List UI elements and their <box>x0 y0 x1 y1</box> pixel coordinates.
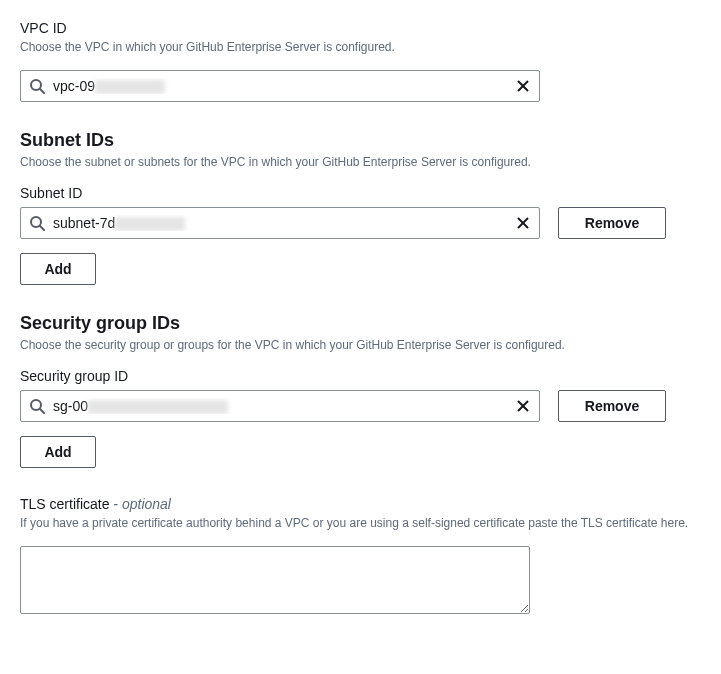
search-icon <box>29 215 45 231</box>
security-group-id-input[interactable]: sg-00 <box>20 390 540 422</box>
tls-certificate-description: If you have a private certificate author… <box>20 514 701 532</box>
svg-line-9 <box>40 409 44 413</box>
subnet-ids-heading: Subnet IDs <box>20 130 701 151</box>
svg-line-5 <box>40 226 44 230</box>
svg-line-1 <box>40 89 44 93</box>
remove-subnet-button[interactable]: Remove <box>558 207 666 239</box>
subnet-ids-description: Choose the subnet or subnets for the VPC… <box>20 153 701 171</box>
vpc-id-label: VPC ID <box>20 20 701 36</box>
security-group-id-label: Security group ID <box>20 368 701 384</box>
optional-tag: - optional <box>109 496 170 512</box>
vpc-id-input[interactable]: vpc-09 <box>20 70 540 102</box>
search-icon <box>29 398 45 414</box>
subnet-id-input[interactable]: subnet-7d <box>20 207 540 239</box>
clear-icon[interactable] <box>515 215 531 231</box>
vpc-id-description: Choose the VPC in which your GitHub Ente… <box>20 38 701 56</box>
add-subnet-button[interactable]: Add <box>20 253 96 285</box>
subnet-id-label: Subnet ID <box>20 185 701 201</box>
search-icon <box>29 78 45 94</box>
security-group-id-value: sg-00 <box>53 398 515 414</box>
subnet-id-value: subnet-7d <box>53 215 515 231</box>
add-security-group-button[interactable]: Add <box>20 436 96 468</box>
tls-certificate-label: TLS certificate - optional <box>20 496 701 512</box>
security-group-ids-heading: Security group IDs <box>20 313 701 334</box>
clear-icon[interactable] <box>515 398 531 414</box>
vpc-id-value: vpc-09 <box>53 78 515 94</box>
tls-certificate-textarea[interactable] <box>20 546 530 614</box>
remove-security-group-button[interactable]: Remove <box>558 390 666 422</box>
clear-icon[interactable] <box>515 78 531 94</box>
security-group-ids-description: Choose the security group or groups for … <box>20 336 701 354</box>
